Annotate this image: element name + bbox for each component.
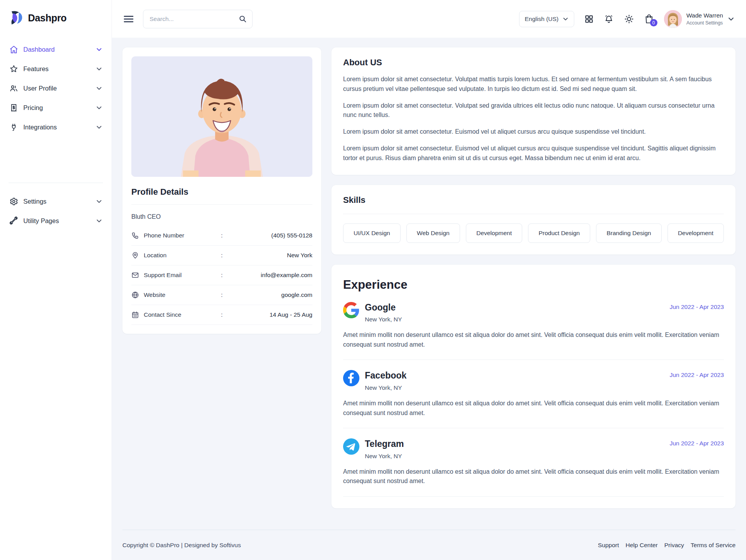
sidebar-item-label: Features (23, 65, 49, 73)
detail-row-website: Website : google.com (131, 285, 312, 305)
skill-chip[interactable]: Development (466, 223, 522, 243)
sidebar-divider (9, 183, 103, 183)
detail-row-location: Location : New York (131, 246, 312, 265)
sidebar-item-settings[interactable]: Settings (8, 192, 104, 211)
detail-row-contact-since: Contact Since : 14 Aug - 25 Aug (131, 305, 312, 325)
skills-list: UI/UX Design Web Design Development Prod… (343, 223, 724, 243)
experience-entry-google: Google New York, NY Jun 2022 - Apr 2023 … (343, 302, 724, 360)
divider (131, 204, 312, 205)
home-icon (9, 45, 18, 54)
detail-label: Phone Number (131, 232, 216, 239)
brightness-sun-icon[interactable] (624, 14, 634, 24)
account-menu[interactable]: Wade Warren Account Settings (664, 10, 734, 28)
experience-title: Experience (343, 278, 724, 292)
detail-separator: : (216, 311, 228, 318)
profile-details-title: Profile Details (131, 187, 312, 197)
topbar-controls: English (US) 0 (519, 10, 734, 28)
experience-period: Jun 2022 - Apr 2023 (669, 302, 724, 311)
sidebar-item-integrations[interactable]: Integrations (8, 117, 104, 137)
company-location: New York, NY (365, 453, 404, 460)
chevron-down-icon (96, 46, 102, 52)
experience-card: Experience Google New York, NY Jun 2022 … (331, 265, 736, 509)
app-logo[interactable]: Dashpro (0, 0, 112, 30)
dashpro-logo-icon (9, 10, 24, 26)
about-paragraph: Lorem ipsum dolor sit amet consectetur. … (343, 101, 724, 120)
detail-value: (405) 555-0128 (228, 232, 312, 239)
sidebar-item-label: Dashboard (23, 46, 55, 53)
detail-separator: : (216, 272, 228, 279)
divider (343, 214, 724, 214)
user-name: Wade Warren (687, 12, 723, 19)
skill-chip[interactable]: UI/UX Design (343, 223, 401, 243)
sidebar-item-user-profile[interactable]: User Profile (8, 79, 104, 98)
detail-separator: : (216, 232, 228, 239)
skill-chip[interactable]: Development (668, 223, 724, 243)
footer-link-help-center[interactable]: Help Center (626, 542, 658, 549)
experience-description: Amet minim mollit non deserunt ullamco e… (343, 330, 724, 350)
detail-separator: : (216, 291, 228, 298)
chevron-down-icon (96, 105, 102, 111)
company-name: Facebook (365, 370, 406, 380)
chevron-down-icon (96, 85, 102, 91)
sidebar-nav: Dashboard Features User Profile Pricing (0, 30, 112, 230)
about-paragraph: Lorem ipsum dolor sit amet consectetur. … (343, 144, 724, 163)
top-bar: English (US) 0 (112, 0, 746, 38)
star-icon (9, 65, 18, 73)
footer-link-support[interactable]: Support (598, 542, 619, 549)
divider (343, 428, 724, 428)
mail-icon (131, 271, 139, 279)
facebook-logo (343, 370, 359, 386)
sidebar-item-dashboard[interactable]: Dashboard (8, 40, 104, 59)
skill-chip[interactable]: Product Design (528, 223, 590, 243)
copyright-text: Copyright © DashPro | Designed by Softiv… (122, 542, 241, 549)
experience-description: Amet minim mollit non deserunt ullamco e… (343, 467, 724, 487)
about-title: About US (343, 58, 724, 68)
detail-label: Website (131, 291, 216, 299)
sidebar-item-label: Utility Pages (23, 217, 59, 225)
location-icon (131, 251, 139, 259)
experience-description: Amet minim mollit non deserunt ullamco e… (343, 399, 724, 418)
language-select[interactable]: English (US) (519, 11, 574, 27)
apps-grid-icon[interactable] (584, 14, 594, 24)
detail-label: Support Email (131, 271, 216, 279)
about-paragraph: Lorem ipsum dolor sit amet consectetur. … (343, 75, 724, 94)
sidebar: Dashpro Dashboard Features User Profile … (0, 0, 112, 560)
search-input[interactable] (150, 16, 235, 23)
company-location: New York, NY (365, 384, 406, 391)
footer-link-terms[interactable]: Terms of Service (691, 542, 736, 549)
avatar (664, 10, 682, 28)
detail-separator: : (216, 252, 228, 259)
chevron-down-icon (96, 66, 102, 72)
right-column: About US Lorem ipsum dolor sit amet cons… (331, 47, 736, 520)
cart-bag-icon[interactable]: 0 (644, 14, 654, 24)
users-icon (9, 84, 18, 93)
sidebar-item-label: Integrations (23, 124, 57, 131)
company-name: Telegram (365, 438, 404, 449)
experience-period: Jun 2022 - Apr 2023 (669, 370, 724, 379)
skills-title: Skills (343, 195, 724, 205)
about-paragraph: Lorem ipsum dolor sit amet consectetur. … (343, 127, 724, 137)
experience-entry-text: Facebook New York, NY (365, 370, 406, 391)
skill-chip[interactable]: Web Design (406, 223, 460, 243)
sidebar-item-features[interactable]: Features (8, 59, 104, 79)
experience-entry-header: Google New York, NY Jun 2022 - Apr 2023 (343, 302, 724, 323)
search-icon[interactable] (239, 15, 247, 23)
hamburger-menu-icon[interactable] (124, 15, 134, 23)
experience-entry-telegram: Telegram New York, NY Jun 2022 - Apr 202… (343, 438, 724, 497)
notifications-bell-icon[interactable] (604, 14, 614, 24)
profile-card: Profile Details Bluth CEO Phone Number :… (122, 47, 321, 334)
detail-label: Location (131, 251, 216, 259)
skill-chip[interactable]: Branding Design (596, 223, 662, 243)
footer-link-privacy[interactable]: Privacy (664, 542, 684, 549)
divider (343, 496, 724, 497)
gear-icon (9, 197, 18, 206)
app-logo-text: Dashpro (28, 12, 66, 24)
chevron-down-icon (563, 16, 568, 22)
sidebar-item-label: Settings (23, 198, 47, 205)
sidebar-item-pricing[interactable]: Pricing (8, 98, 104, 117)
sidebar-item-label: Pricing (23, 104, 43, 112)
search-box (143, 10, 253, 28)
experience-entry-text: Google New York, NY (365, 302, 402, 323)
sidebar-item-utility-pages[interactable]: Utility Pages (8, 211, 104, 230)
chevron-down-icon (728, 16, 734, 22)
